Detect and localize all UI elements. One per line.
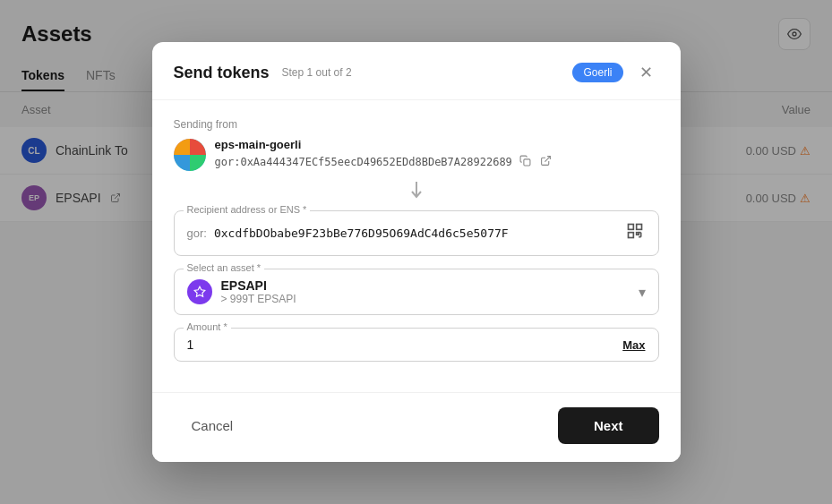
svg-rect-7 [628, 233, 633, 238]
divider-arrow [174, 182, 659, 200]
asset-select-wrapper[interactable]: Select an asset * EPSAPI > 999T EPSAPI [174, 269, 659, 315]
sender-row: eps-main-goerli gor:0xAa444347ECf55eecD4… [174, 138, 659, 171]
recipient-field-group: Recipient address or ENS * gor: [174, 210, 659, 256]
asset-icon [187, 279, 212, 304]
recipient-field-wrapper: Recipient address or ENS * gor: [174, 210, 659, 256]
amount-input[interactable] [187, 337, 623, 352]
recipient-input-row: gor: [187, 220, 646, 246]
svg-rect-5 [628, 225, 633, 230]
modal-body: Sending from eps-main-goerli gor:0xAa444… [152, 100, 681, 392]
sender-info: eps-main-goerli gor:0xAa444347ECf55eecD4… [215, 138, 659, 171]
amount-row: Max [187, 337, 646, 352]
asset-select-left: EPSAPI > 999T EPSAPI [187, 278, 296, 305]
asset-field-group: Select an asset * EPSAPI > 999T EPSAPI [174, 269, 659, 315]
next-button[interactable]: Next [558, 407, 659, 444]
recipient-input[interactable] [214, 226, 617, 240]
modal-title: Send tokens [174, 64, 270, 82]
cancel-button[interactable]: Cancel [174, 409, 252, 442]
amount-label: Amount * [184, 321, 231, 332]
amount-field-wrapper: Amount * Max [174, 328, 659, 362]
asset-label: Select an asset * [184, 262, 265, 273]
recipient-label: Recipient address or ENS * [184, 204, 311, 215]
chevron-down-icon: ▾ [639, 284, 646, 301]
asset-balance: > 999T EPSAPI [221, 293, 296, 305]
avatar-inner [174, 139, 206, 171]
sender-address-row: gor:0xAa444347ECf55eecD49652EDd8BDeB7A28… [215, 153, 659, 171]
header-right: Goerli ✕ [572, 60, 658, 85]
asset-select-inner: EPSAPI > 999T EPSAPI ▾ [187, 278, 646, 305]
modal-header: Send tokens Step 1 out of 2 Goerli ✕ [152, 42, 681, 100]
svg-rect-2 [524, 159, 530, 166]
asset-name: EPSAPI [221, 278, 296, 293]
external-link-button[interactable] [538, 153, 553, 171]
recipient-prefix: gor: [187, 226, 207, 240]
svg-line-3 [545, 157, 550, 162]
modal-overlay: Send tokens Step 1 out of 2 Goerli ✕ Sen… [0, 0, 832, 504]
svg-rect-8 [636, 233, 639, 235]
svg-marker-12 [194, 286, 205, 296]
svg-rect-6 [636, 225, 641, 230]
max-button[interactable]: Max [622, 338, 645, 352]
step-badge: Step 1 out of 2 [282, 66, 352, 79]
amount-field-group: Amount * Max [174, 328, 659, 362]
sender-avatar [174, 139, 206, 171]
asset-info: EPSAPI > 999T EPSAPI [221, 278, 296, 305]
modal-footer: Cancel Next [152, 392, 681, 462]
modal-title-row: Send tokens Step 1 out of 2 [174, 64, 352, 82]
close-button[interactable]: ✕ [634, 60, 659, 85]
sender-name: eps-main-goerli [215, 138, 659, 151]
qr-code-button[interactable] [624, 220, 646, 246]
copy-address-button[interactable] [518, 153, 533, 171]
network-badge: Goerli [572, 63, 622, 82]
send-tokens-modal: Send tokens Step 1 out of 2 Goerli ✕ Sen… [152, 42, 681, 462]
sending-from-label: Sending from [174, 118, 659, 131]
sender-address: gor:0xAa444347ECf55eecD49652EDd8BDeB7A28… [215, 156, 512, 168]
